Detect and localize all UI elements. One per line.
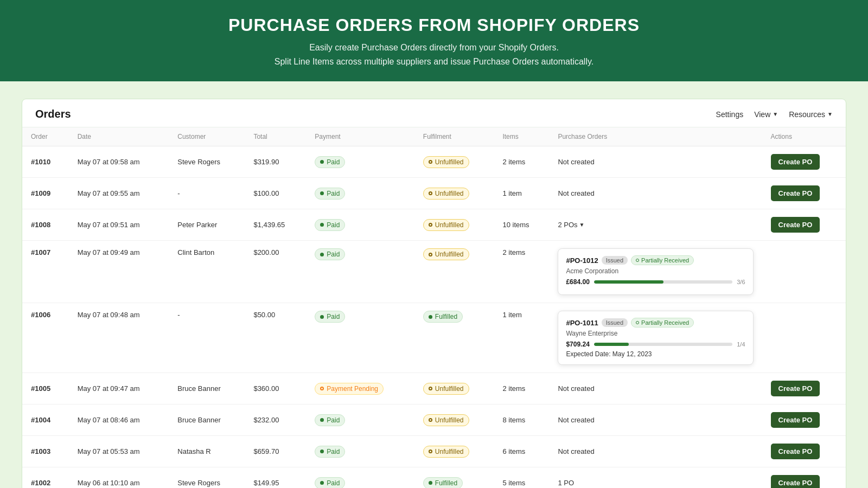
po-partial-badge: Partially Received: [631, 318, 694, 328]
col-order: Order: [22, 127, 69, 146]
payment-badge: Paid: [315, 248, 345, 260]
order-date: May 07 at 09:51 am: [69, 209, 169, 241]
order-total: $659.70: [245, 436, 306, 467]
order-customer: Bruce Banner: [169, 404, 245, 436]
payment-badge: Paid: [315, 188, 345, 200]
payment-dot: [320, 160, 324, 164]
order-po: Not created: [549, 178, 762, 209]
fulfilment-badge: Unfulfilled: [423, 248, 469, 260]
order-action: Create PO: [762, 178, 846, 209]
payment-badge: Paid: [315, 156, 345, 168]
payment-dot: [320, 481, 324, 485]
order-number: #1009: [22, 178, 69, 209]
fulfilment-badge: Fulfilled: [423, 311, 463, 323]
po-amount: $709.24: [566, 341, 589, 348]
order-po: Not created: [549, 146, 762, 178]
order-items: 1 item: [494, 178, 549, 209]
payment-badge: Paid: [315, 477, 345, 488]
subtitle-line2: Split Line Items across multiple supplie…: [275, 57, 593, 66]
order-date: May 07 at 09:48 am: [69, 303, 169, 373]
col-date: Date: [69, 127, 169, 146]
po-partial-badge: Partially Received: [631, 255, 694, 265]
create-po-button[interactable]: Create PO: [771, 154, 820, 170]
create-po-button[interactable]: Create PO: [771, 475, 820, 488]
table-row: #1007 May 07 at 09:49 am Clint Barton $2…: [22, 241, 846, 303]
create-po-button[interactable]: Create PO: [771, 444, 820, 459]
create-po-button[interactable]: Create PO: [771, 185, 820, 201]
order-total: $1,439.65: [245, 209, 306, 241]
payment-dot: [320, 223, 324, 227]
header-subtitle: Easily create Purchase Orders directly f…: [22, 41, 846, 68]
orders-table: Order Date Customer Total Payment Fulfil…: [22, 127, 846, 488]
order-number: #1003: [22, 436, 69, 467]
order-action: Create PO: [762, 436, 846, 467]
order-date: May 06 at 10:10 am: [69, 467, 169, 488]
fulfilment-dot: [429, 191, 432, 195]
order-date: May 07 at 09:55 am: [69, 178, 169, 209]
order-po: #PO-1011 Issued Partially Received Wayne…: [549, 303, 762, 373]
create-po-button[interactable]: Create PO: [771, 412, 820, 428]
fulfilment-dot: [429, 481, 432, 485]
order-action: Create PO: [762, 209, 846, 241]
fulfilment-dot: [429, 253, 432, 256]
order-total: $360.00: [245, 373, 306, 404]
panel-title: Orders: [35, 108, 71, 120]
order-items: 10 items: [494, 209, 549, 241]
po-issued-badge: Issued: [602, 256, 628, 265]
po-fraction: 3/6: [737, 279, 745, 285]
order-po: #PO-1012 Issued Partially Received Acme …: [549, 241, 762, 303]
po-supplier: Wayne Enterprise: [566, 330, 745, 337]
create-po-button[interactable]: Create PO: [771, 217, 820, 233]
order-payment: Paid: [306, 404, 414, 436]
order-items: 8 items: [494, 404, 549, 436]
order-date: May 07 at 09:49 am: [69, 241, 169, 303]
fulfilment-dot: [429, 223, 432, 227]
subtitle-line1: Easily create Purchase Orders directly f…: [309, 43, 559, 52]
fulfilment-dot: [429, 387, 432, 390]
order-fulfilment: Unfulfilled: [414, 404, 494, 436]
order-fulfilment: Unfulfilled: [414, 436, 494, 467]
order-payment: Paid: [306, 178, 414, 209]
order-total: $149.95: [245, 467, 306, 488]
create-po-button[interactable]: Create PO: [771, 381, 820, 396]
order-customer: Peter Parker: [169, 209, 245, 241]
order-fulfilment: Fulfilled: [414, 303, 494, 373]
po-chevron-icon: ▼: [579, 222, 585, 228]
table-row: #1006 May 07 at 09:48 am - $50.00 Paid F: [22, 303, 846, 373]
table-row: #1002 May 06 at 10:10 am Steve Rogers $1…: [22, 467, 846, 488]
table-row: #1004 May 07 at 08:46 am Bruce Banner $2…: [22, 404, 846, 436]
table-row: #1009 May 07 at 09:55 am - $100.00 Paid: [22, 178, 846, 209]
order-items: 6 items: [494, 436, 549, 467]
order-number: #1007: [22, 241, 69, 303]
fulfilment-dot: [429, 418, 432, 422]
po-count-dropdown-button[interactable]: 2 POs ▼: [558, 221, 584, 229]
payment-dot: [320, 387, 324, 390]
view-button[interactable]: View ▼: [754, 110, 778, 119]
fulfilment-badge: Unfulfilled: [423, 156, 469, 168]
payment-badge: Paid: [315, 446, 345, 458]
order-action: Create PO: [762, 404, 846, 436]
settings-button[interactable]: Settings: [716, 110, 744, 119]
order-items: 2 items: [494, 373, 549, 404]
order-date: May 07 at 05:53 am: [69, 436, 169, 467]
order-fulfilment: Fulfilled: [414, 467, 494, 488]
order-number: #1004: [22, 404, 69, 436]
panel-header: Orders Settings View ▼ Resources ▼: [22, 99, 846, 127]
order-date: May 07 at 09:58 am: [69, 146, 169, 178]
order-fulfilment: Unfulfilled: [414, 146, 494, 178]
po-issued-badge: Issued: [602, 318, 628, 327]
order-fulfilment: Unfulfilled: [414, 241, 494, 303]
order-total: $200.00: [245, 241, 306, 303]
po-expected-date: Expected Date: May 12, 2023: [566, 350, 745, 358]
col-total: Total: [245, 127, 306, 146]
order-total: $319.90: [245, 146, 306, 178]
order-customer: Steve Rogers: [169, 146, 245, 178]
order-fulfilment: Unfulfilled: [414, 178, 494, 209]
table-row: #1010 May 07 at 09:58 am Steve Rogers $3…: [22, 146, 846, 178]
resources-button[interactable]: Resources ▼: [789, 110, 833, 119]
fulfilment-badge: Unfulfilled: [423, 188, 469, 200]
order-total: $50.00: [245, 303, 306, 373]
order-items: 5 items: [494, 467, 549, 488]
order-date: May 07 at 09:47 am: [69, 373, 169, 404]
payment-badge: Paid: [315, 414, 345, 426]
